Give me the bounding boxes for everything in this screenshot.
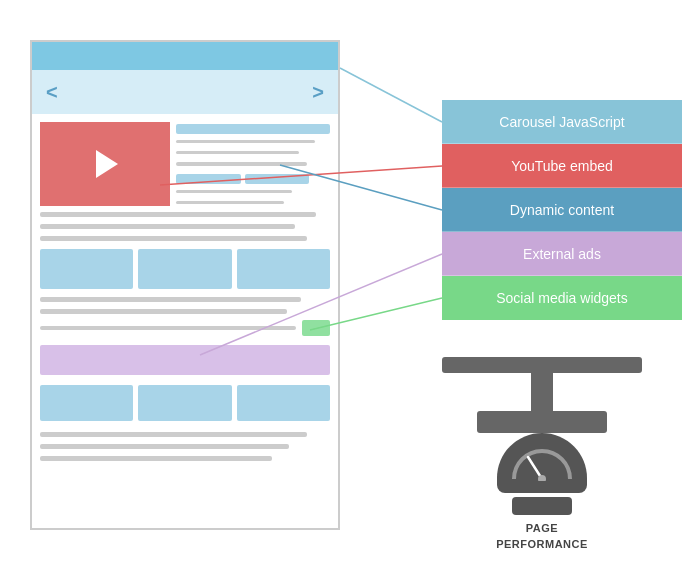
- content-line: [176, 124, 330, 134]
- bottom-cards: [32, 380, 338, 426]
- text-line: [176, 162, 307, 165]
- content-section-2: [32, 295, 338, 316]
- content-section-1: [32, 210, 338, 243]
- label-dynamic: Dynamic content: [442, 188, 682, 232]
- label-ads: External ads: [442, 232, 682, 276]
- play-icon: [96, 150, 118, 178]
- label-carousel-text: Carousel JavaScript: [499, 114, 624, 130]
- text-line: [40, 212, 316, 217]
- bottom-card-2: [138, 385, 231, 421]
- text-line: [176, 190, 292, 193]
- card-2: [138, 249, 231, 289]
- label-youtube: YouTube embed: [442, 144, 682, 188]
- card-3: [237, 249, 330, 289]
- label-social: Social media widgets: [442, 276, 682, 320]
- nav-arrow-left[interactable]: <: [46, 81, 58, 104]
- webpage-nav: < >: [32, 70, 338, 114]
- text-line: [40, 297, 301, 302]
- webpage-header: [32, 42, 338, 70]
- line-decoration: [40, 326, 296, 330]
- content-block: [176, 174, 241, 184]
- card-row-1: [32, 249, 338, 289]
- label-ads-text: External ads: [523, 246, 601, 262]
- widget-row: [32, 316, 338, 340]
- scale-label: PAGE PERFORMANCE: [496, 521, 588, 552]
- webpage-mockup: < >: [30, 40, 340, 530]
- text-line: [176, 151, 299, 154]
- text-line: [176, 201, 284, 204]
- hero-content: [176, 122, 330, 206]
- label-youtube-text: YouTube embed: [511, 158, 613, 174]
- text-line: [40, 236, 307, 241]
- text-line: [40, 432, 307, 437]
- scale-base: [477, 411, 607, 433]
- text-line: [40, 456, 272, 461]
- bottom-card-3: [237, 385, 330, 421]
- label-social-text: Social media widgets: [496, 290, 628, 306]
- bottom-card-1: [40, 385, 133, 421]
- purple-banner: [40, 345, 330, 375]
- scale-platform: [442, 357, 642, 373]
- svg-line-2: [340, 68, 442, 122]
- content-section-3: [32, 430, 338, 463]
- video-thumbnail: [40, 122, 170, 206]
- text-line: [40, 224, 295, 229]
- label-stack: Carousel JavaScript YouTube embed Dynami…: [442, 100, 682, 320]
- scale-foot: [512, 497, 572, 515]
- label-carousel: Carousel JavaScript: [442, 100, 682, 144]
- main-container: < >: [0, 0, 698, 572]
- scale-dome: [497, 433, 587, 493]
- scale-neck: [531, 373, 553, 411]
- gauge-svg: [510, 445, 574, 481]
- text-line: [40, 444, 289, 449]
- content-block: [245, 174, 310, 184]
- nav-arrow-right[interactable]: >: [312, 81, 324, 104]
- text-line: [40, 309, 287, 314]
- webpage-hero: [32, 114, 338, 214]
- card-1: [40, 249, 133, 289]
- scale-container: PAGE PERFORMANCE: [442, 357, 642, 552]
- text-line: [176, 140, 315, 143]
- social-widget-indicator: [302, 320, 330, 336]
- label-dynamic-text: Dynamic content: [510, 202, 614, 218]
